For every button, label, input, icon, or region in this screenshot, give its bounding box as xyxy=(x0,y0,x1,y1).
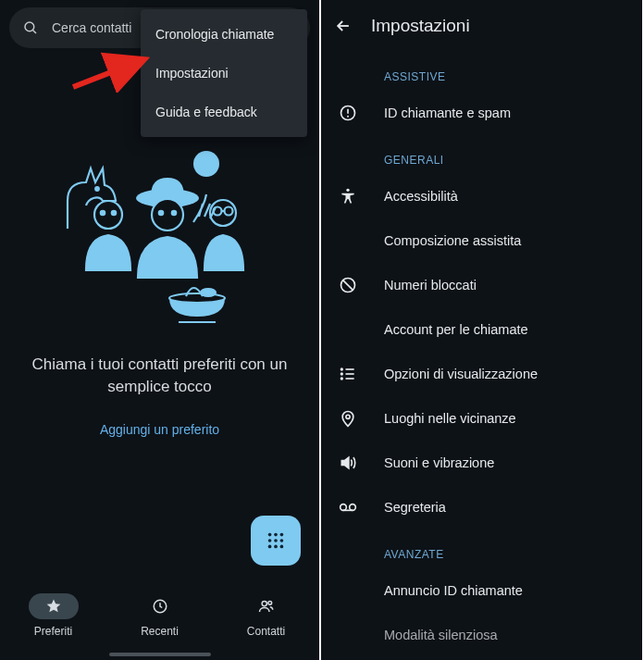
section-general: GENERALI xyxy=(321,135,642,174)
svg-point-5 xyxy=(94,201,122,229)
gesture-handle xyxy=(109,653,211,656)
setting-silent-mode[interactable]: Modalità silenziosa xyxy=(321,613,642,657)
settings-title: Impostazioni xyxy=(371,16,470,36)
svg-point-27 xyxy=(280,545,284,549)
svg-point-21 xyxy=(280,533,284,537)
sound-icon xyxy=(338,453,358,473)
svg-point-25 xyxy=(268,545,272,549)
svg-point-6 xyxy=(100,211,104,215)
svg-point-17 xyxy=(201,289,216,296)
menu-item-help-feedback[interactable]: Guida e feedback xyxy=(141,93,307,131)
svg-point-3 xyxy=(193,151,219,177)
svg-point-0 xyxy=(25,22,34,31)
svg-point-11 xyxy=(171,211,175,215)
accessibility-icon xyxy=(338,186,358,206)
bottom-nav: Preferiti Recenti Contatti xyxy=(0,584,319,660)
setting-blocked-numbers[interactable]: Numeri bloccati xyxy=(321,263,642,307)
svg-point-45 xyxy=(350,504,356,511)
svg-point-9 xyxy=(152,199,183,230)
svg-point-34 xyxy=(346,189,349,192)
svg-line-1 xyxy=(32,30,36,33)
svg-point-23 xyxy=(274,539,278,542)
phone-app-favorites-screen: Cerca contatti Cronologia chiamate Impos… xyxy=(0,0,321,660)
svg-line-36 xyxy=(343,280,353,291)
svg-point-30 xyxy=(267,601,271,604)
search-icon xyxy=(22,19,39,36)
setting-assisted-dialing[interactable]: Composizione assistita xyxy=(321,218,642,263)
menu-item-settings[interactable]: Impostazioni xyxy=(141,54,307,93)
setting-caller-id-spam[interactable]: ID chiamante e spam xyxy=(321,91,642,135)
search-placeholder: Cerca contatti xyxy=(52,20,131,35)
voicemail-icon xyxy=(338,497,358,517)
setting-accessibility[interactable]: Accessibilità xyxy=(321,174,642,218)
add-favorite-button[interactable]: Aggiungi un preferito xyxy=(0,422,319,437)
menu-item-call-history[interactable]: Cronologia chiamate xyxy=(141,15,307,54)
svg-point-33 xyxy=(347,116,349,118)
svg-point-4 xyxy=(95,187,99,191)
svg-point-43 xyxy=(346,415,350,418)
info-icon xyxy=(338,103,358,123)
setting-display-options[interactable]: Opzioni di visualizzazione xyxy=(321,352,642,396)
svg-point-7 xyxy=(111,211,115,215)
list-icon xyxy=(338,364,358,384)
setting-nearby-places[interactable]: Luoghi nelle vicinanze xyxy=(321,396,642,441)
contacts-icon xyxy=(242,593,291,619)
svg-point-38 xyxy=(341,373,343,375)
svg-point-16 xyxy=(169,293,225,303)
svg-point-19 xyxy=(268,533,272,537)
settings-header: Impostazioni xyxy=(321,0,642,52)
svg-point-24 xyxy=(280,539,284,542)
back-icon[interactable] xyxy=(334,17,353,35)
svg-point-29 xyxy=(262,601,266,605)
svg-point-14 xyxy=(224,207,232,216)
setting-call-accounts[interactable]: Account per le chiamate xyxy=(321,307,642,352)
section-assistive: ASSISTIVE xyxy=(321,52,642,91)
star-icon xyxy=(29,593,79,619)
nav-recents[interactable]: Recenti xyxy=(135,593,185,638)
favorites-empty-title: Chiama i tuoi contatti preferiti con un … xyxy=(19,354,301,398)
nav-favorites[interactable]: Preferiti xyxy=(29,593,79,638)
dialpad-icon xyxy=(266,530,286,551)
svg-point-10 xyxy=(158,211,162,215)
svg-point-22 xyxy=(268,539,272,542)
phone-settings-screen: Impostazioni ASSISTIVE ID chiamante e sp… xyxy=(321,0,642,660)
location-icon xyxy=(338,408,358,429)
setting-announce-caller-id[interactable]: Annuncio ID chiamante xyxy=(321,568,642,613)
clock-icon xyxy=(135,593,185,619)
block-icon xyxy=(338,275,358,295)
svg-point-44 xyxy=(341,504,347,511)
nav-contacts[interactable]: Contatti xyxy=(242,593,291,638)
setting-sounds-vibration[interactable]: Suoni e vibrazione xyxy=(321,441,642,485)
svg-line-2 xyxy=(73,61,140,87)
favorites-illustration xyxy=(58,150,262,326)
setting-voicemail[interactable]: Segreteria xyxy=(321,485,642,529)
svg-point-39 xyxy=(341,378,343,380)
dialpad-fab[interactable] xyxy=(251,516,301,566)
svg-point-26 xyxy=(274,545,278,549)
section-advanced: AVANZATE xyxy=(321,529,642,568)
svg-point-20 xyxy=(274,533,278,537)
svg-point-37 xyxy=(341,368,343,370)
overflow-menu: Cronologia chiamate Impostazioni Guida e… xyxy=(141,9,307,137)
